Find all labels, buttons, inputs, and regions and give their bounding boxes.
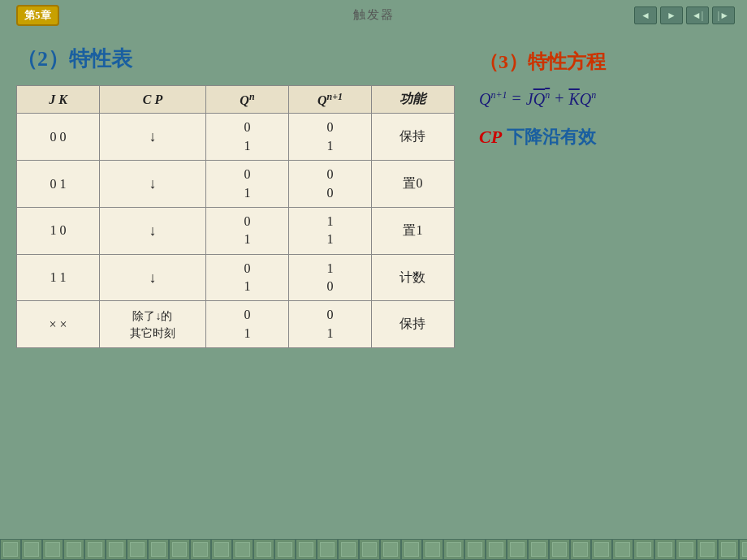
col-header-qn1: Qn+1 <box>288 86 371 114</box>
cell-jk-1: 0 0 <box>17 114 100 161</box>
deco-tile <box>591 539 612 560</box>
table-row: 0 0 ↓ 01 01 保持 <box>17 114 455 161</box>
right-panel: （3）特性方程 Qn+1 = JQn + KQn CP 下降沿有效 <box>479 49 731 149</box>
deco-tile <box>338 539 359 560</box>
deco-tile <box>739 539 747 560</box>
deco-tile <box>528 539 549 560</box>
truth-table: J K C P Qn Qn+1 功能 0 0 ↓ 01 01 保持 0 1 ↓ … <box>16 85 455 348</box>
deco-tile <box>486 539 507 560</box>
cell-qn1-2: 00 <box>288 161 371 208</box>
col-header-qn: Qn <box>205 86 288 114</box>
deco-tile <box>507 539 528 560</box>
cell-qn-5: 01 <box>205 301 288 348</box>
cell-cp-5: 除了↓的其它时刻 <box>100 301 206 348</box>
deco-tile <box>106 539 127 560</box>
cell-func-1: 保持 <box>371 114 454 161</box>
deco-tile <box>169 539 190 560</box>
deco-tile <box>296 539 317 560</box>
deco-tile <box>232 539 253 560</box>
nav-last-button[interactable]: |► <box>712 6 735 24</box>
deco-tile <box>380 539 401 560</box>
eq-lhs: Qn+1 <box>479 89 507 109</box>
cell-qn1-3: 11 <box>288 207 371 254</box>
cell-func-4: 计数 <box>371 254 454 301</box>
cell-qn-3: 01 <box>205 207 288 254</box>
col-header-func: 功能 <box>371 86 454 114</box>
deco-border <box>0 539 747 560</box>
deco-tile <box>633 539 654 560</box>
eq-term2: KQn <box>568 89 596 109</box>
cell-func-5: 保持 <box>371 301 454 348</box>
deco-tile <box>676 539 697 560</box>
cell-jk-2: 0 1 <box>17 161 100 208</box>
table-row: × × 除了↓的其它时刻 01 01 保持 <box>17 301 455 348</box>
deco-tile <box>718 539 739 560</box>
deco-tile <box>401 539 422 560</box>
cell-jk-3: 1 0 <box>17 207 100 254</box>
cell-cp-1: ↓ <box>100 114 206 161</box>
equation-area: Qn+1 = JQn + KQn <box>479 89 731 109</box>
cell-qn-2: 01 <box>205 161 288 208</box>
page-title: 触发器 <box>353 7 395 23</box>
deco-tile <box>464 539 486 560</box>
deco-tile <box>42 539 63 560</box>
cell-func-3: 置1 <box>371 207 454 254</box>
deco-tile <box>211 539 232 560</box>
cell-cp-3: ↓ <box>100 207 206 254</box>
nav-buttons: ◄ ► ◄| |► <box>634 6 735 24</box>
eq-term1: JQn <box>526 89 550 109</box>
deco-tile <box>422 539 443 560</box>
deco-tile <box>0 539 21 560</box>
nav-next-button[interactable]: ► <box>660 6 683 24</box>
cell-cp-4: ↓ <box>100 254 206 301</box>
cell-jk-5: × × <box>17 301 100 348</box>
cp-label: CP <box>479 127 502 147</box>
nav-prev-button[interactable]: ◄ <box>634 6 657 24</box>
cell-cp-2: ↓ <box>100 161 206 208</box>
deco-tile <box>612 539 633 560</box>
deco-tile <box>654 539 676 560</box>
deco-tile <box>148 539 169 560</box>
cell-qn1-4: 10 <box>288 254 371 301</box>
equation-line: Qn+1 = JQn + KQn <box>479 89 731 109</box>
deco-tile <box>274 539 296 560</box>
cell-qn1-5: 01 <box>288 301 371 348</box>
col-header-jk: J K <box>17 86 100 114</box>
deco-tile <box>127 539 148 560</box>
chapter-badge: 第5章 <box>16 5 59 26</box>
cell-qn-4: 01 <box>205 254 288 301</box>
table-header-row: J K C P Qn Qn+1 功能 <box>17 86 455 114</box>
deco-tile <box>570 539 591 560</box>
cell-jk-4: 1 1 <box>17 254 100 301</box>
eq-plus: + <box>555 89 563 108</box>
deco-tile <box>84 539 106 560</box>
table-row: 0 1 ↓ 01 00 置0 <box>17 161 455 208</box>
deco-tile <box>63 539 84 560</box>
cell-qn-1: 01 <box>205 114 288 161</box>
deco-tile <box>549 539 570 560</box>
deco-tile <box>443 539 464 560</box>
table-row: 1 1 ↓ 01 10 计数 <box>17 254 455 301</box>
deco-tile <box>21 539 42 560</box>
cp-note: CP 下降沿有效 <box>479 125 731 149</box>
cell-func-2: 置0 <box>371 161 454 208</box>
cell-qn1-1: 01 <box>288 114 371 161</box>
deco-tile <box>697 539 718 560</box>
deco-tile <box>317 539 338 560</box>
table-row: 1 0 ↓ 01 11 置1 <box>17 207 455 254</box>
col-header-cp: C P <box>100 86 206 114</box>
deco-tile <box>190 539 211 560</box>
cp-desc: 下降沿有效 <box>507 127 596 147</box>
nav-first-button[interactable]: ◄| <box>686 6 709 24</box>
deco-tile <box>359 539 380 560</box>
deco-tile <box>253 539 274 560</box>
eq-equals: = <box>512 89 521 108</box>
char-equation-title: （3）特性方程 <box>479 49 731 75</box>
